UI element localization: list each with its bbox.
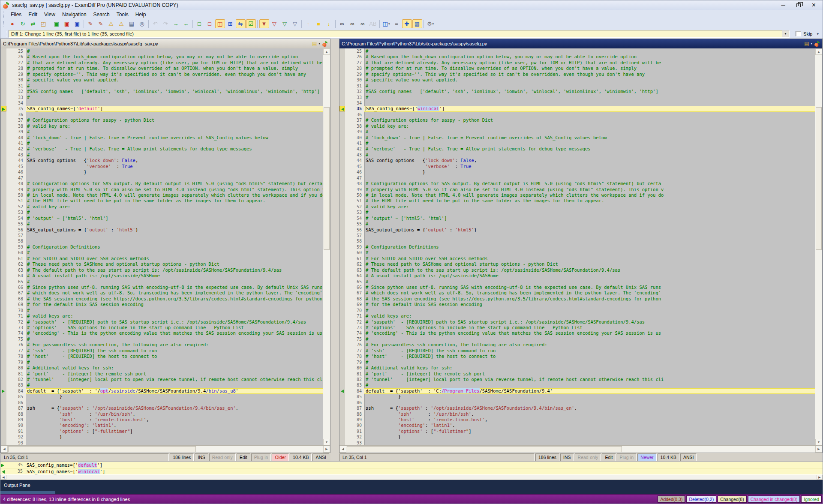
code-text[interactable]: # in local mode. Note that HTML 4.0 will… <box>26 192 323 198</box>
code-text[interactable]: # 'encoding' - This is the python encodi… <box>26 330 323 336</box>
compare-icon[interactable] <box>814 41 820 47</box>
code-text[interactable]: # specify options=''. This way it's spec… <box>26 72 323 77</box>
detail-scroll-right-icon[interactable]: ▶ <box>817 475 823 480</box>
synchronized-scrolling-button[interactable]: ⇆ <box>236 19 246 28</box>
code-text[interactable]: # <box>364 129 815 135</box>
code-text[interactable]: # <box>26 95 323 100</box>
code-text[interactable]: # 'host' - [REQUIRED] the host to connec… <box>26 354 323 359</box>
code-text[interactable]: # the SAS session encoding (see https://… <box>26 296 323 302</box>
code-text[interactable]: # properly with HTML 5.0 so it can also … <box>364 187 815 192</box>
code-text[interactable]: # Since python uses utf-8, running SAS w… <box>26 285 323 290</box>
scroll-left-icon[interactable]: ◀ <box>339 446 346 453</box>
code-text[interactable]: 'encoding': 'latin1', <box>26 423 323 428</box>
code-text[interactable]: # the HTML file will need to be put in t… <box>26 198 323 204</box>
filter-deleted-button[interactable]: ▽ <box>270 19 279 28</box>
code-text[interactable] <box>26 175 323 181</box>
code-text[interactable]: # 'output' = ['html5', 'html'] <box>364 216 815 221</box>
stat-badge-deleted[interactable]: Deleted(0,2) <box>686 495 716 503</box>
code-text[interactable]: # <box>364 336 815 342</box>
plugins-button[interactable]: ✚ <box>402 19 412 28</box>
code-text[interactable]: # Configuration options for saspy - pyth… <box>26 117 323 123</box>
code-text[interactable]: 'verbose' : True <box>364 164 815 169</box>
code-text[interactable]: # that are defined already. Any necessar… <box>26 60 323 66</box>
code-text[interactable]: # A usual install path is: /opt/sasinsid… <box>26 273 323 279</box>
code-text[interactable]: # prompted for at run time. To dissallow… <box>26 66 323 71</box>
close-button[interactable]: × <box>812 3 816 8</box>
code-text[interactable]: # prompted for at run time. To dissallow… <box>364 66 815 71</box>
code-text[interactable] <box>26 400 323 405</box>
code-text[interactable]: # A usual install path is: /opt/sasinsid… <box>364 273 815 279</box>
edit-second-button[interactable]: ✎ <box>96 19 106 28</box>
code-text[interactable]: 'encoding': 'latin1', <box>364 423 815 428</box>
code-text[interactable] <box>364 100 815 106</box>
code-text[interactable]: # Configuration options for SAS output. … <box>364 181 815 186</box>
current-diff-button[interactable]: ■ <box>314 19 324 28</box>
code-text[interactable]: # 'verbose' - True | False. True = Allow… <box>364 146 815 152</box>
restore-button[interactable] <box>796 3 801 7</box>
stat-badge-changed[interactable]: Changed(8) <box>718 495 746 503</box>
output-pane-tab[interactable] <box>0 491 55 494</box>
code-text[interactable] <box>364 440 815 445</box>
code-text[interactable]: # 'tunnel' - [integer] local port to ope… <box>26 377 323 382</box>
compare-icon[interactable] <box>322 41 327 47</box>
code-text[interactable]: # valid keys are: <box>26 313 323 319</box>
code-text[interactable]: # 'options' - SAS options to include in … <box>26 325 323 330</box>
code-text[interactable]: ssh = {'saspath' : '/opt/sasinside/SASHo… <box>26 405 323 411</box>
code-text[interactable]: # <box>26 83 323 89</box>
scroll-right-icon[interactable]: ▶ <box>815 446 822 453</box>
code-text[interactable]: } <box>26 169 323 175</box>
scroll-up-icon[interactable]: ▲ <box>815 48 822 55</box>
code-text[interactable]: # These need path to SASHome and optiona… <box>26 261 323 267</box>
code-text[interactable]: # <box>26 129 323 135</box>
pane-header-first[interactable]: C:\Program Files\Python\Python37\Lib\sit… <box>1 39 330 48</box>
code-text[interactable]: # For passwordless ssh connection, the f… <box>26 342 323 348</box>
code-text[interactable]: } <box>26 394 323 399</box>
pane-header-second[interactable]: C:\Program Files\Python\Python37\Lib\sit… <box>339 39 822 48</box>
recompare-swapped-button[interactable]: ⇄ <box>28 19 38 28</box>
find-button[interactable]: ∞ <box>337 19 347 28</box>
copy-block-right-button[interactable]: → <box>171 19 181 28</box>
code-text[interactable]: # 'host' - [REQUIRED] the host to connec… <box>364 354 815 359</box>
code-text[interactable]: # Configuration Definitions <box>364 244 815 250</box>
menu-item-search[interactable]: Search <box>90 11 113 18</box>
code-text[interactable] <box>26 233 323 238</box>
show-checkboxes-button[interactable]: ☑ <box>246 19 256 28</box>
vertical-scrollbar[interactable]: ▲▼ <box>815 48 822 445</box>
code-text[interactable]: # <box>364 250 815 255</box>
code-text[interactable]: # <box>364 308 815 313</box>
scrollbar-thumb[interactable] <box>324 107 330 250</box>
recompare-button[interactable]: ↻ <box>18 19 28 28</box>
open-files-button[interactable]: ◰ <box>39 19 48 28</box>
diffbar-grip[interactable] <box>5 31 6 37</box>
code-text[interactable]: # 'output' = ['html5', 'html'] <box>26 216 323 221</box>
code-text[interactable]: } <box>364 434 815 440</box>
save-all-button[interactable]: ▣ <box>72 19 82 28</box>
code-text[interactable]: # that are defined already. Any necessar… <box>364 60 815 66</box>
code-text[interactable] <box>26 238 323 244</box>
code-text[interactable]: } <box>364 394 815 399</box>
code-text[interactable]: # valid keys are: <box>364 313 815 319</box>
code-text[interactable]: # <box>364 95 815 100</box>
code-text[interactable]: # 'lock_down' - True | False. True = Pre… <box>364 135 815 141</box>
code-text[interactable]: SAS_config_names=['winlocal'] <box>364 106 815 111</box>
code-text[interactable]: 'ssh' : '/usr/bin/ssh', <box>364 411 815 417</box>
code-text[interactable]: # Configuration Definitions <box>26 244 323 250</box>
code-area[interactable]: 25#26# Based upon the lock_down configur… <box>1 48 323 445</box>
filter-added-button[interactable]: ▽ <box>280 19 290 28</box>
pane-menu-dropdown-icon[interactable]: ▾ <box>318 42 320 45</box>
code-text[interactable]: # 'ssh' - [REQUIRED] the ssh command to … <box>364 348 815 354</box>
menu-item-view[interactable]: View <box>41 11 59 18</box>
copy-block-left-button[interactable]: ← <box>181 19 191 28</box>
code-text[interactable]: # 'port' - [integer] the remote ssh port <box>364 371 815 377</box>
toolbar-overflow-icon[interactable]: ▾ <box>817 32 819 36</box>
code-text[interactable]: SAS_output_options = {'output' : 'html5'… <box>26 227 323 233</box>
undo-button[interactable]: ↶ <box>150 19 160 28</box>
code-text[interactable]: # <box>26 48 323 54</box>
code-text[interactable]: 'verbose' : True <box>26 164 323 169</box>
code-text[interactable]: # <box>364 279 815 285</box>
diff-selector-dropdown-icon[interactable]: ▼ <box>782 30 789 37</box>
code-text[interactable]: SAS_output_options = {'output' : 'html5'… <box>364 227 815 233</box>
code-text[interactable]: # For STDIO and STDIO over SSH access me… <box>364 256 815 261</box>
pane-splitter[interactable] <box>330 39 339 453</box>
code-text[interactable]: # 'saspath' - [REQUIRED] path to SAS sta… <box>364 319 815 325</box>
